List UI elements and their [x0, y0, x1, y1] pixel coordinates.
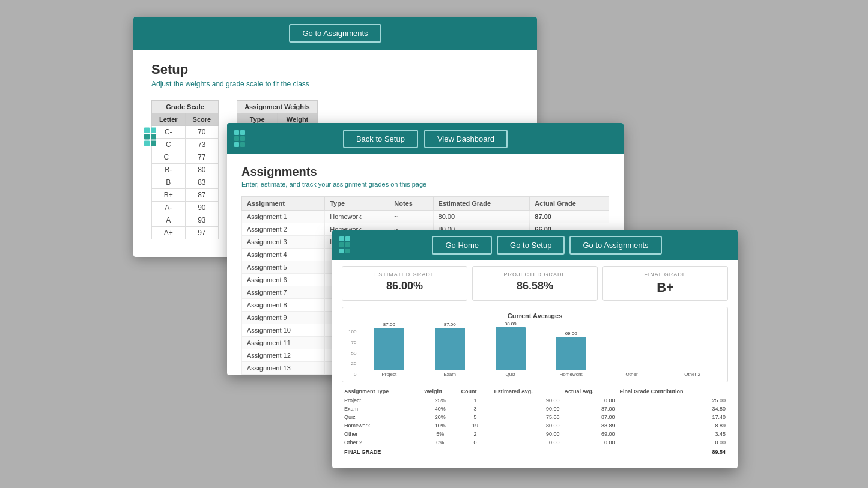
col-assignment: Assignment — [242, 197, 325, 211]
summary-col-actual-avg: Actual Avg. — [562, 387, 618, 396]
summary-table-row: Quiz20%575.0087.0017.40 — [342, 413, 728, 421]
assignment-weights-title: Assignment Weights — [237, 101, 318, 113]
chart-section: Current Averages 100 75 50 25 0 87.00Pro… — [342, 307, 728, 382]
summary-col-contribution: Final Grade Contribution — [618, 387, 729, 396]
grade-cards: ESTIMATED GRADE 86.00% PROJECTED GRADE 8… — [342, 266, 728, 301]
chart-title: Current Averages — [348, 312, 721, 319]
setup-subtitle: Adjust the weights and grade scale to fi… — [151, 80, 519, 88]
bar-group: Other — [602, 369, 661, 377]
assignments-titlebar: Back to Setup View Dashboard — [227, 123, 624, 154]
grade-scale-col-score: Score — [185, 113, 219, 126]
summary-col-est-avg: Estimated Avg. — [491, 387, 562, 396]
summary-col-weight: Weight — [422, 387, 458, 396]
projected-grade-card: PROJECTED GRADE 86.58% — [472, 266, 598, 301]
table-row: B83 — [152, 176, 219, 189]
table-row: B-80 — [152, 164, 219, 176]
summary-table-row: Other5%290.0069.003.45 — [342, 430, 728, 438]
summary-table-row: Homework10%1980.0088.898.89 — [342, 421, 728, 430]
projected-grade-label: PROJECTED GRADE — [479, 271, 591, 277]
go-to-assignments-button[interactable]: Go to Assignments — [289, 24, 381, 43]
dashboard-titlebar-buttons: Go Home Go to Setup Go to Assignments — [341, 236, 729, 255]
chart-bars: 87.00Project87.00Exam88.89Quiz69.00Homew… — [360, 329, 721, 377]
dashboard-window: Go Home Go to Setup Go to Assignments ES… — [332, 230, 738, 468]
projected-grade-value: 86.58% — [479, 280, 591, 292]
grade-scale-title: Grade Scale — [152, 101, 219, 113]
setup-title: Setup — [151, 62, 519, 77]
back-to-setup-button[interactable]: Back to Setup — [343, 130, 418, 148]
y-axis-0: 0 — [348, 372, 356, 377]
view-dashboard-button[interactable]: View Dashboard — [424, 130, 508, 148]
summary-table-row: Other 20%00.000.000.00 — [342, 438, 728, 447]
col-type: Type — [325, 197, 389, 211]
y-axis-50: 50 — [348, 351, 356, 356]
summary-table-row: Exam40%390.0087.0034.80 — [342, 405, 728, 413]
estimated-grade-label: ESTIMATED GRADE — [348, 271, 461, 277]
dashboard-content: ESTIMATED GRADE 86.00% PROJECTED GRADE 8… — [332, 260, 738, 462]
table-row: B+87 — [152, 189, 219, 202]
assignments-title: Assignments — [241, 165, 609, 179]
summary-col-type: Assignment Type — [342, 387, 422, 396]
go-home-button[interactable]: Go Home — [432, 236, 492, 255]
table-row: A93 — [152, 214, 219, 227]
col-notes: Notes — [389, 197, 433, 211]
setup-titlebar: Go to Assignments — [133, 17, 537, 50]
final-grade-value: B+ — [609, 280, 721, 295]
bar-group: 69.00Homework — [542, 331, 600, 377]
assignments-titlebar-buttons: Back to Setup View Dashboard — [239, 130, 612, 148]
final-grade-label: FINAL GRADE — [609, 271, 721, 277]
col-estimated-grade: Estimated Grade — [433, 197, 530, 211]
summary-col-count: Count — [458, 387, 491, 396]
table-row: A-90 — [152, 202, 219, 214]
go-to-assignments-dashboard-button[interactable]: Go to Assignments — [569, 236, 661, 255]
estimated-grade-value: 86.00% — [348, 280, 461, 292]
table-row: C-70 — [152, 126, 219, 139]
summary-table: Assignment Type Weight Count Estimated A… — [342, 387, 728, 456]
summary-table-row: Project25%190.000.0025.00 — [342, 396, 728, 405]
chart-y-axis: 100 75 50 25 0 — [348, 329, 356, 377]
bar-group: 87.00Project — [360, 322, 418, 377]
grade-scale-container: Grade Scale Letter Score C-70C73C+77B-80… — [151, 100, 219, 239]
grade-scale-col-letter: Letter — [152, 113, 186, 126]
table-row: C73 — [152, 139, 219, 151]
go-to-setup-button[interactable]: Go to Setup — [497, 236, 565, 255]
bar-group: 87.00Exam — [420, 322, 479, 377]
y-axis-100: 100 — [348, 329, 356, 334]
table-row: C+77 — [152, 151, 219, 164]
estimated-grade-card: ESTIMATED GRADE 86.00% — [342, 266, 467, 301]
y-axis-75: 75 — [348, 340, 356, 345]
chart-container: 100 75 50 25 0 87.00Project87.00Exam88.8… — [348, 323, 721, 377]
bar-group: Other 2 — [663, 369, 721, 377]
summary-final-row: FINAL GRADE89.54 — [342, 447, 728, 457]
dashboard-titlebar: Go Home Go to Setup Go to Assignments — [332, 230, 738, 260]
bar-group: 88.89Quiz — [481, 321, 539, 377]
y-axis-25: 25 — [348, 361, 356, 366]
col-actual-grade: Actual Grade — [530, 197, 609, 211]
assignments-subtitle: Enter, estimate, and track your assignme… — [241, 181, 609, 188]
grade-scale-table: Grade Scale Letter Score C-70C73C+77B-80… — [151, 100, 219, 239]
table-row: A+97 — [152, 227, 219, 239]
table-row: Assignment 1Homework~80.0087.00 — [242, 211, 609, 223]
final-grade-card: FINAL GRADE B+ — [602, 266, 728, 301]
